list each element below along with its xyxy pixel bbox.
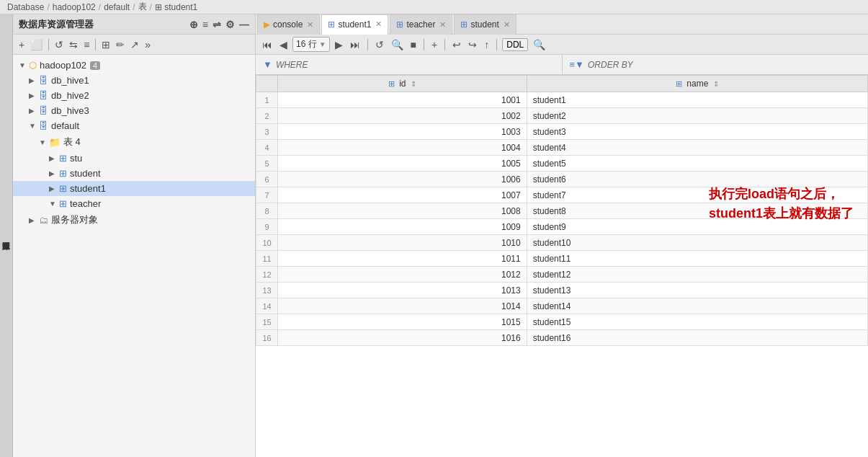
tab-teacher[interactable]: ⊞ teacher ✕ — [390, 14, 452, 35]
tree-node-label: default — [51, 120, 79, 131]
where-cell[interactable]: ▼ WHERE — [256, 55, 563, 74]
new-connection-icon[interactable]: + — [17, 38, 26, 51]
tree-item-db-hive3[interactable]: ▶ 🗄 db_hive3 — [13, 103, 255, 118]
expand-arrow[interactable]: ▼ — [39, 138, 49, 146]
table-row[interactable]: 11 1011 student11 — [256, 251, 868, 267]
tree-node-label: 服务器对象 — [51, 213, 98, 226]
col-name-icon: ⊞ — [676, 79, 682, 88]
expand-arrow[interactable]: ▼ — [49, 200, 59, 208]
open-script-icon[interactable]: ↗ — [129, 38, 140, 51]
tab-student[interactable]: ⊞ student ✕ — [454, 14, 516, 35]
search-icon[interactable]: 🔍 — [531, 38, 547, 51]
row-count-dropdown[interactable]: ▼ — [319, 40, 326, 48]
nav-last-icon[interactable]: ⏭ — [348, 38, 362, 51]
nav-prev-icon[interactable]: ◀ — [277, 38, 290, 51]
expand-arrow[interactable]: ▶ — [29, 107, 39, 115]
expand-arrow[interactable]: ▶ — [29, 216, 39, 224]
minimize-icon[interactable]: — — [239, 19, 249, 30]
table-row[interactable]: 4 1004 student4 — [256, 140, 868, 156]
collapse-icon[interactable]: ≡ — [82, 38, 91, 51]
cell-rownum: 16 — [256, 330, 278, 346]
new-schema-icon[interactable]: ⬜ — [29, 38, 44, 51]
col-id-icon: ⊞ — [388, 79, 395, 88]
table-row[interactable]: 12 1012 student12 — [256, 267, 868, 283]
filter-icon: ▼ — [263, 59, 272, 70]
tab-close-student[interactable]: ✕ — [504, 20, 510, 30]
col-header-name[interactable]: ⊞ name ⇕ — [527, 76, 867, 92]
expand-arrow[interactable]: ▶ — [49, 169, 59, 177]
sort-arrow-id[interactable]: ⇕ — [411, 80, 416, 88]
refresh-data-icon[interactable]: ↺ — [373, 38, 386, 51]
tree-item-db-hive1[interactable]: ▶ 🗄 db_hive1 — [13, 73, 255, 88]
tab-student1[interactable]: ⊞ student1 ✕ — [321, 14, 388, 35]
add-row-icon[interactable]: + — [429, 38, 439, 51]
order-cell[interactable]: ≡▼ ORDER BY — [563, 55, 869, 74]
add-icon[interactable]: ⊕ — [189, 19, 198, 30]
tree-item-db-hive2[interactable]: ▶ 🗄 db_hive2 — [13, 88, 255, 103]
redo-icon[interactable]: ↪ — [466, 38, 479, 51]
tab-close-teacher[interactable]: ✕ — [439, 20, 446, 30]
tree-item-default[interactable]: ▼ 🗄 default — [13, 118, 255, 133]
tree-item-hadoop102[interactable]: ▼ ⬡ hadoop102 4 — [13, 58, 255, 73]
cell-name: student10 — [527, 235, 867, 251]
table-row[interactable]: 15 1015 student15 — [256, 314, 868, 330]
expand-arrow[interactable]: ▶ — [49, 154, 59, 162]
expand-arrow[interactable]: ▶ — [49, 185, 59, 192]
expand-arrow[interactable]: ▶ — [29, 76, 39, 84]
gear-icon[interactable]: ⚙ — [225, 19, 235, 30]
table-row[interactable]: 5 1005 student5 — [256, 156, 868, 172]
refresh-icon[interactable]: ↺ — [53, 38, 65, 51]
table-row[interactable]: 3 1003 student3 — [256, 124, 868, 140]
badge: 4 — [90, 61, 100, 70]
tree-node-label: stu — [70, 153, 82, 164]
table-row[interactable]: 1 1001 student1 — [256, 92, 868, 108]
up-icon[interactable]: ↑ — [482, 38, 491, 51]
table-row[interactable]: 2 1002 student2 — [256, 108, 868, 124]
more-icon[interactable]: » — [143, 38, 152, 51]
left-panel: 数据库资源管理器 数据库资源管理器 ⊕ ≡ ⇌ ⚙ — + ⬜ ↺ ⇆ — [0, 14, 256, 457]
tree-item-teacher[interactable]: ▼ ⊞ teacher — [13, 196, 255, 211]
nav-next-icon[interactable]: ▶ — [333, 38, 345, 51]
undo-icon[interactable]: ↩ — [450, 38, 463, 51]
breadcrumb-hadoop102[interactable]: hadoop102 — [53, 2, 96, 12]
sort-arrow-name[interactable]: ⇕ — [713, 80, 719, 88]
stop-icon[interactable]: ■ — [408, 38, 419, 51]
breadcrumb-database[interactable]: Database — [7, 2, 44, 12]
cell-id: 1006 — [278, 172, 527, 187]
tree-item-student1[interactable]: ▶ ⊞ student1 — [13, 181, 255, 196]
list-icon[interactable]: ≡ — [202, 19, 208, 30]
cell-rownum: 6 — [256, 172, 278, 187]
col-header-id[interactable]: ⊞ id ⇕ — [278, 76, 527, 92]
tree-item-student[interactable]: ▶ ⊞ student — [13, 166, 255, 181]
tab-console[interactable]: ▶ console ✕ — [257, 14, 320, 35]
edit-icon[interactable]: ✏ — [115, 38, 126, 51]
cell-id: 1003 — [278, 124, 527, 140]
expand-arrow[interactable]: ▼ — [29, 122, 39, 130]
expand-arrow[interactable]: ▼ — [19, 61, 29, 69]
db-icon: 🗄 — [39, 90, 48, 101]
table-row[interactable]: 10 1010 student10 — [256, 235, 868, 251]
tree-item-stu[interactable]: ▶ ⊞ stu — [13, 151, 255, 166]
zoom-icon[interactable]: 🔍 — [389, 38, 406, 51]
breadcrumb-default[interactable]: default — [104, 2, 130, 12]
expand-arrow[interactable]: ▶ — [29, 92, 39, 99]
sep3: / — [133, 2, 135, 12]
row-count-badge[interactable]: 16 行 ▼ — [292, 37, 330, 52]
tree-item-service-obj[interactable]: ▶ 🗂 服务器对象 — [13, 211, 255, 228]
table-row[interactable]: 14 1014 student14 — [256, 298, 868, 314]
table-row[interactable]: 16 1016 student16 — [256, 330, 868, 346]
tree-item-tables-folder[interactable]: ▼ 📁 表 4 — [13, 133, 255, 151]
ddl-button[interactable]: DDL — [502, 38, 528, 51]
tab-close-console[interactable]: ✕ — [307, 20, 313, 30]
tab-close-student1[interactable]: ✕ — [375, 19, 382, 29]
cell-id: 1008 — [278, 203, 527, 219]
sep2: / — [99, 2, 101, 12]
filter-icon[interactable]: ⇆ — [68, 38, 79, 51]
cell-name: student5 — [527, 156, 867, 172]
open-table-icon[interactable]: ⊞ — [100, 38, 112, 51]
nav-first-icon[interactable]: ⏮ — [260, 38, 274, 51]
table-row[interactable]: 13 1013 student13 — [256, 283, 868, 298]
table-icon: ⊞ — [460, 19, 467, 30]
sync-icon[interactable]: ⇌ — [212, 19, 221, 30]
cell-rownum: 4 — [256, 140, 278, 156]
